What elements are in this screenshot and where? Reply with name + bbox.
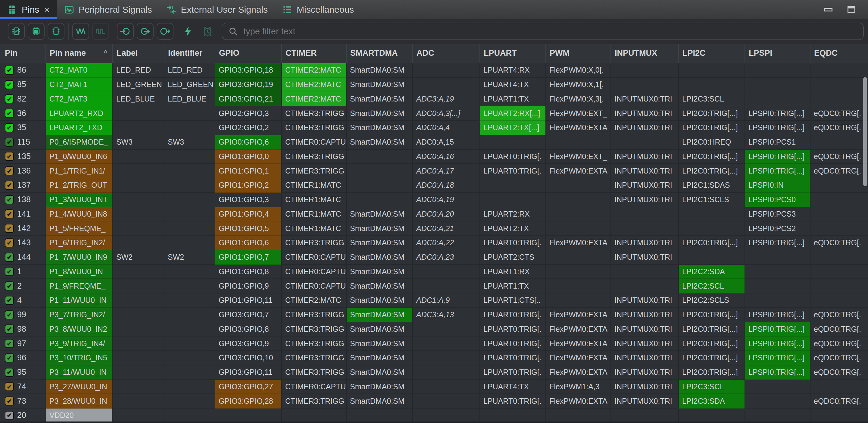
identifier-cell[interactable]: LED_GREEN	[164, 78, 215, 92]
close-tab-icon[interactable]: ×	[44, 5, 50, 14]
lpspi-cell[interactable]	[745, 394, 810, 409]
column-header-adc[interactable]: ADC	[412, 44, 479, 63]
lpi2c-cell[interactable]: LPI2C0:TRIG[...]	[678, 351, 745, 365]
pwm-cell[interactable]	[546, 207, 611, 222]
identifier-cell[interactable]	[164, 409, 215, 423]
eqdc-cell[interactable]: eQDC0:TRG[.	[810, 121, 868, 135]
gpio-cell[interactable]: GPIO2:GPIO,3	[215, 107, 281, 121]
smartdma-cell[interactable]	[346, 150, 412, 164]
inputmux-cell[interactable]	[611, 265, 678, 279]
inputmux-cell[interactable]: INPUTMUX0:TRI	[611, 107, 678, 121]
pin-checkbox[interactable]: ✔	[5, 368, 14, 377]
gpio-cell[interactable]: GPIO1:GPIO,2	[215, 178, 281, 193]
pwm-cell[interactable]: FlexPWM0:X,3[.	[546, 92, 611, 107]
gpio-cell[interactable]: GPIO1:GPIO,5	[215, 221, 281, 236]
package-rows-button[interactable]	[28, 23, 44, 40]
smartdma-cell[interactable]: SmartDMA0:SM	[346, 308, 412, 322]
pin_name-cell[interactable]: CT2_MAT0	[45, 63, 112, 78]
ctimer-cell[interactable]: CTIMER2:MATC	[281, 78, 346, 92]
lpi2c-cell[interactable]: LPI2C0:TRIG[...]	[678, 236, 745, 250]
lpspi-cell[interactable]: LPSPI0:TRIG[...]	[745, 164, 810, 178]
eqdc-cell[interactable]	[810, 265, 868, 279]
gpio-cell[interactable]: GPIO3:GPIO,19	[215, 78, 281, 92]
pin_name-cell[interactable]: P1_4/WUU0_IN8	[45, 207, 112, 222]
ctimer-cell[interactable]: CTIMER3:TRIGG	[281, 365, 346, 380]
adc-cell[interactable]	[412, 409, 479, 423]
label-cell[interactable]	[112, 150, 164, 164]
lpspi-cell[interactable]: LPSPI0:TRIG[...]	[745, 150, 810, 164]
column-header-pin[interactable]: Pin	[0, 44, 45, 63]
pin_name-cell[interactable]: VDD20	[45, 409, 112, 423]
gpio-cell[interactable]	[215, 409, 281, 423]
identifier-cell[interactable]	[164, 265, 215, 279]
lpi2c-cell[interactable]	[678, 78, 745, 92]
identifier-cell[interactable]	[164, 193, 215, 207]
pin-checkbox[interactable]: ✔	[5, 80, 14, 89]
label-cell[interactable]	[112, 336, 164, 351]
gpio-cell[interactable]: GPIO1:GPIO,8	[215, 265, 281, 279]
ctimer-cell[interactable]: CTIMER1:MATC	[281, 193, 346, 207]
lpuart-cell[interactable]: LPUART0:TRIG[.	[479, 164, 546, 178]
smartdma-cell[interactable]: SmartDMA0:SM	[346, 394, 412, 409]
eqdc-cell[interactable]	[810, 178, 868, 193]
lpi2c-cell[interactable]: LPI2C3:SCL	[678, 380, 745, 394]
adc-cell[interactable]: ADC3:A,19	[412, 92, 479, 107]
square-wave-button[interactable]	[92, 23, 109, 40]
lpuart-cell[interactable]: LPUART1:TX	[479, 92, 546, 107]
lpuart-cell[interactable]: LPUART0:TRIG[.	[479, 394, 546, 409]
lpspi-cell[interactable]	[745, 63, 810, 78]
smartdma-cell[interactable]	[346, 409, 412, 423]
tab-external-user-signals[interactable]: External User Signals	[159, 0, 275, 19]
pwm-cell[interactable]	[546, 294, 611, 308]
ctimer-cell[interactable]: CTIMER1:MATC	[281, 207, 346, 222]
pwm-cell[interactable]	[546, 265, 611, 279]
inputmux-cell[interactable]	[611, 221, 678, 236]
eqdc-cell[interactable]	[810, 294, 868, 308]
ctimer-cell[interactable]: CTIMER0:CAPTU	[281, 250, 346, 265]
lpspi-cell[interactable]: LPSPI0:PCS1	[745, 135, 810, 150]
identifier-cell[interactable]	[164, 107, 215, 121]
smartdma-cell[interactable]	[346, 164, 412, 178]
gpio-cell[interactable]: GPIO3:GPIO,9	[215, 336, 281, 351]
pwm-cell[interactable]	[546, 250, 611, 265]
pwm-cell[interactable]: FlexPWM0:EXT_	[546, 107, 611, 121]
pin-checkbox[interactable]: ✔	[5, 152, 14, 161]
ctimer-cell[interactable]: CTIMER1:MATC	[281, 178, 346, 193]
pin-checkbox[interactable]: ✔	[5, 354, 14, 362]
pin-checkbox[interactable]: ✔	[5, 109, 14, 118]
pin_name-cell[interactable]: P1_6/TRIG_IN2/	[45, 236, 112, 250]
adc-cell[interactable]: ADC0:A,3[...]	[412, 107, 479, 121]
pin-checkbox[interactable]: ✔	[5, 94, 14, 103]
package-outline-button[interactable]	[48, 23, 64, 40]
identifier-cell[interactable]: SW3	[164, 135, 215, 150]
lpuart-cell[interactable]: LPUART0:TRIG[.	[479, 236, 546, 250]
lpuart-cell[interactable]: LPUART0:TRIG[.	[479, 351, 546, 365]
adc-cell[interactable]	[412, 351, 479, 365]
gpio-cell[interactable]: GPIO2:GPIO,2	[215, 121, 281, 135]
pin_name-cell[interactable]: P3_10/TRIG_IN5	[45, 351, 112, 365]
eqdc-cell[interactable]: eQDC0:TRG[.	[810, 336, 868, 351]
smartdma-cell[interactable]: SmartDMA0:SM	[346, 250, 412, 265]
pin-checkbox[interactable]: ✔	[5, 224, 14, 233]
inputmux-cell[interactable]: INPUTMUX0:TRI	[611, 308, 678, 322]
column-header-lpi2c[interactable]: LPI2C	[678, 44, 745, 63]
adc-cell[interactable]	[412, 365, 479, 380]
pin-checkbox[interactable]: ✔	[5, 325, 14, 334]
smartdma-cell[interactable]: SmartDMA0:SM	[346, 365, 412, 380]
lpuart-cell[interactable]: LPUART2:CTS	[479, 250, 546, 265]
pin_name-cell[interactable]: P3_11/WUU0_IN	[45, 365, 112, 380]
smartdma-cell[interactable]: SmartDMA0:SM	[346, 63, 412, 78]
inputmux-cell[interactable]	[611, 135, 678, 150]
pin_name-cell[interactable]: P3_7/TRIG_IN2/	[45, 308, 112, 322]
inputmux-cell[interactable]: INPUTMUX0:TRI	[611, 150, 678, 164]
lpspi-cell[interactable]: LPSPI0:TRIG[...]	[745, 308, 810, 322]
column-header-eqdc[interactable]: EQDC	[810, 44, 868, 63]
smartdma-cell[interactable]: SmartDMA0:SM	[346, 336, 412, 351]
lpi2c-cell[interactable]	[678, 221, 745, 236]
gpio-cell[interactable]: GPIO1:GPIO,3	[215, 193, 281, 207]
pin_name-cell[interactable]: LPUART2_RXD	[45, 107, 112, 121]
inputmux-cell[interactable]	[611, 78, 678, 92]
eqdc-cell[interactable]	[810, 221, 868, 236]
lpuart-cell[interactable]: LPUART0:TRIG[.	[479, 308, 546, 322]
lpuart-cell[interactable]	[479, 178, 546, 193]
